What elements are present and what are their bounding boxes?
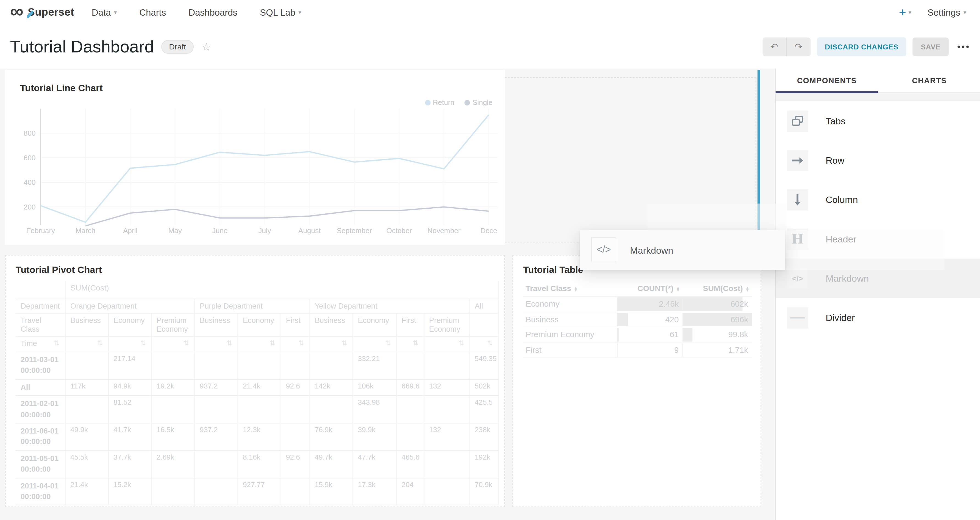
undo-button[interactable]: ↶ <box>762 37 787 56</box>
pivot-metric: SUM(Cost) <box>65 281 498 299</box>
svg-text:600: 600 <box>24 154 36 162</box>
pivot-cell <box>309 396 353 423</box>
nav-item-sql-lab[interactable]: SQL Lab▾ <box>260 8 301 17</box>
component-item-column[interactable]: Column <box>776 180 980 219</box>
pivot-cell: 2.69k <box>151 450 194 478</box>
sort-carets-icon: ▲▼ <box>745 286 749 291</box>
page-title[interactable]: Tutorial Dashboard <box>0 37 154 57</box>
sort-icon[interactable]: ⇅ <box>97 339 103 347</box>
table-row: Premium Economy6199.8k <box>523 327 752 342</box>
app-window: ∞ Superset Data▾ Charts Dashboards SQL L… <box>0 0 980 520</box>
table-row: Business420696k <box>523 312 752 327</box>
pivot-subcolumn-header: First <box>280 313 309 336</box>
svg-text:June: June <box>212 227 228 235</box>
pivot-cell: 15.9k <box>309 478 353 505</box>
column-header-sum-cost[interactable]: SUM(Cost)▲▼ <box>682 281 752 296</box>
pivot-cell: 45.5k <box>65 450 108 478</box>
nav-item-dashboards[interactable]: Dashboards <box>188 8 237 17</box>
legend-item-single[interactable]: Single <box>464 98 492 106</box>
pivot-cell: 937.2 <box>194 379 237 396</box>
pivot-cell: 49.9k <box>65 423 108 450</box>
component-item-row[interactable]: Row <box>776 141 980 180</box>
new-item-button[interactable]: +▾ <box>899 5 911 19</box>
sort-icon[interactable]: ⇅ <box>298 339 304 347</box>
chevron-down-icon: ▾ <box>964 10 966 16</box>
sort-carets-icon: ▲▼ <box>676 286 680 291</box>
nav-item-charts[interactable]: Charts <box>139 8 166 17</box>
settings-menu[interactable]: Settings▾ <box>928 8 966 17</box>
sort-icon[interactable]: ⇅ <box>183 339 189 347</box>
sort-icon[interactable]: ⇅ <box>458 339 464 347</box>
markdown-drag-ghost[interactable]: </> Markdown <box>580 230 785 270</box>
sort-icon[interactable]: ⇅ <box>413 339 418 347</box>
pivot-cell: 465.6 <box>396 450 424 478</box>
tab-charts[interactable]: CHARTS <box>878 69 980 92</box>
pivot-subcolumn-header: Economy <box>108 313 151 336</box>
svg-text:March: March <box>76 227 95 235</box>
pivot-subcolumn-header: Premium Economy <box>424 313 469 336</box>
pivot-chart-card[interactable]: Tutorial Pivot Chart SUM(Cost)Department… <box>5 255 505 507</box>
pivot-cell: 19.2k <box>151 379 194 396</box>
pivot-cell <box>309 352 353 379</box>
pivot-subcolumn-header: First <box>396 313 424 336</box>
pivot-cell <box>237 396 280 423</box>
svg-text:May: May <box>168 227 182 235</box>
line-chart-card[interactable]: Tutorial Line Chart Return Single 200400… <box>5 70 505 245</box>
pivot-cell: 15.2k <box>108 478 151 505</box>
pivot-group-header: Orange Department <box>65 299 194 313</box>
pivot-subcolumn-header: Economy <box>353 313 396 336</box>
pivot-cell <box>280 396 309 423</box>
component-item-tabs[interactable]: Tabs <box>776 101 980 141</box>
superset-logo[interactable]: ∞ Superset <box>0 3 74 22</box>
pivot-cell: 94.9k <box>108 379 151 396</box>
pivot-cell <box>151 396 194 423</box>
pivot-group-header: Yellow Department <box>309 299 469 313</box>
pivot-cell: 132 <box>424 423 469 450</box>
pivot-cell: 12.3k <box>237 423 280 450</box>
legend-item-return[interactable]: Return <box>425 98 454 106</box>
sort-icon[interactable]: ⇅ <box>226 339 232 347</box>
tab-components[interactable]: COMPONENTS <box>776 69 878 92</box>
sort-icon[interactable]: ⇅ <box>487 339 493 347</box>
sort-carets-icon: ▲▼ <box>574 286 578 291</box>
sort-icon[interactable]: ⇅ <box>54 339 60 347</box>
svg-text:November: November <box>428 227 461 235</box>
table-row: First91.71k <box>523 342 752 358</box>
svg-text:February: February <box>26 227 56 235</box>
component-item-divider[interactable]: Divider <box>776 298 980 337</box>
chart-legend: Return Single <box>425 98 493 106</box>
pivot-cell: 39.9k <box>353 423 396 450</box>
chart-title: Tutorial Pivot Chart <box>16 264 495 275</box>
save-button[interactable]: SAVE <box>913 37 949 56</box>
discard-changes-button[interactable]: DISCARD CHANGES <box>817 37 907 56</box>
svg-text:400: 400 <box>24 178 36 186</box>
panel-strip <box>776 93 980 101</box>
svg-text:200: 200 <box>24 203 36 211</box>
pivot-row: All117k94.9k19.2k937.221.4k92.6142k106k6… <box>16 379 498 396</box>
redo-button[interactable]: ↷ <box>787 37 810 56</box>
table-chart-card[interactable]: Tutorial Table Travel Class▲▼COUNT(*)▲▼S… <box>512 255 761 507</box>
column-header-travel-class[interactable]: Travel Class▲▼ <box>523 281 617 296</box>
drag-ghost-halo <box>648 204 786 233</box>
nav-item-data[interactable]: Data▾ <box>92 8 117 17</box>
pivot-cell <box>280 352 309 379</box>
pivot-cell: 81.52 <box>108 396 151 423</box>
infinity-logo-icon: ∞ <box>10 2 23 21</box>
undo-icon: ↶ <box>770 41 778 52</box>
svg-text:800: 800 <box>24 129 36 137</box>
draft-badge: Draft <box>162 40 193 54</box>
chevron-down-icon: ▾ <box>298 10 301 16</box>
pivot-cell <box>280 423 309 450</box>
sort-icon[interactable]: ⇅ <box>385 339 391 347</box>
sort-icon[interactable]: ⇅ <box>269 339 275 347</box>
pivot-row: 2011-04-01 00:00:0021.4k15.2k927.7715.9k… <box>16 478 498 505</box>
markdown-code-icon: </> <box>591 237 616 262</box>
pivot-subcolumn-header: Business <box>309 313 353 336</box>
pivot-cell: 425.5 <box>469 396 498 423</box>
more-options-button[interactable] <box>958 46 969 48</box>
favorite-star-icon[interactable]: ☆ <box>202 40 211 54</box>
sort-icon[interactable]: ⇅ <box>140 339 146 347</box>
pivot-cell: 70.9k <box>469 478 498 505</box>
sort-icon[interactable]: ⇅ <box>342 339 347 347</box>
column-header-count[interactable]: COUNT(*)▲▼ <box>617 281 682 296</box>
